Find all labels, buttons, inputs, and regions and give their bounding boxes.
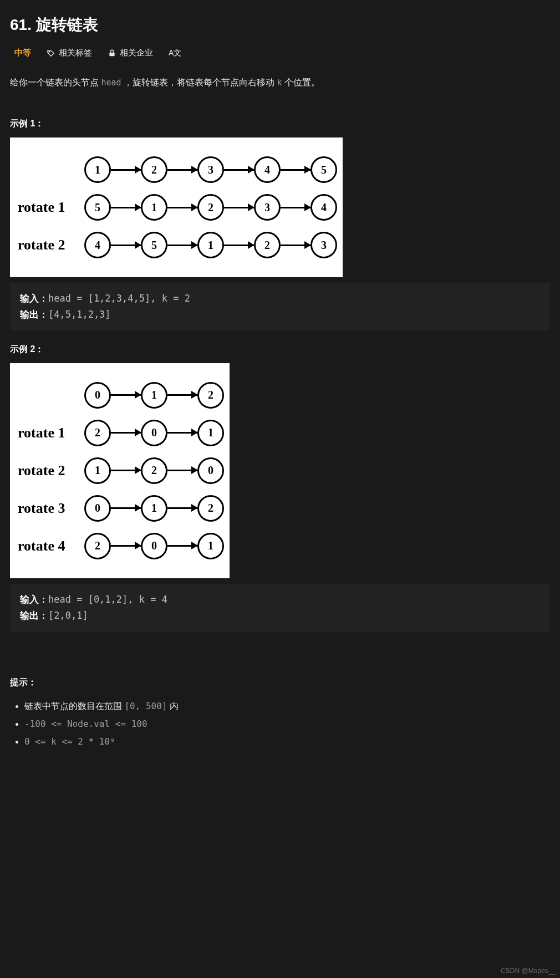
arrow-icon — [281, 207, 310, 208]
arrow-icon — [167, 394, 197, 396]
io-output-value: [2,0,1] — [48, 610, 88, 621]
hint-text: 内 — [170, 701, 179, 711]
desc-text: 给你一个链表的头节点 — [10, 78, 101, 87]
io-input-value: head = [1,2,3,4,5], k = 2 — [48, 293, 190, 304]
hints-list: 链表中节点的数目在范围 [0, 500] 内 -100 <= Node.val … — [10, 697, 550, 751]
svg-point-0 — [49, 51, 50, 52]
related-tags-link[interactable]: 相关标签 — [47, 48, 92, 58]
linked-list-node: 1 — [84, 156, 111, 183]
linked-list-node: 1 — [141, 495, 167, 522]
arrow-icon — [224, 207, 254, 208]
arrow-icon — [167, 244, 197, 246]
rotate-label: rotate 3 — [18, 500, 84, 517]
difficulty-badge: 中等 — [14, 48, 31, 58]
problem-description: 给你一个链表的头节点 head ，旋转链表，将链表每个节点向右移动 k 个位置。 — [10, 74, 550, 91]
arrow-icon — [224, 244, 254, 246]
related-tags-label: 相关标签 — [59, 48, 92, 58]
rotate-label: rotate 2 — [18, 462, 84, 479]
linked-list-node: 2 — [141, 156, 167, 183]
rotate-label: rotate 2 — [18, 237, 84, 253]
linked-list-node: 2 — [197, 382, 224, 409]
hint-code: -100 <= Node.val <= 100 — [24, 719, 147, 729]
desc-text: 个位置。 — [284, 78, 320, 87]
linked-list-node: 3 — [197, 156, 224, 183]
arrow-icon — [111, 169, 141, 171]
arrow-icon — [167, 207, 197, 208]
arrow-icon — [167, 507, 197, 509]
related-companies-link[interactable]: 相关企业 — [108, 48, 153, 58]
linked-list-node: 1 — [197, 533, 224, 559]
linked-list-node: 1 — [197, 420, 224, 446]
linked-list-node: 2 — [197, 194, 224, 221]
arrow-icon — [167, 545, 197, 547]
io-input-label: 输入： — [20, 293, 48, 304]
rotate-label: rotate 4 — [18, 538, 84, 554]
linked-list-node: 0 — [197, 457, 224, 484]
linked-list-node: 1 — [141, 382, 167, 409]
rotate-label: rotate 1 — [18, 425, 84, 441]
linked-list-node: 5 — [141, 232, 167, 258]
hint-code: [0, 500] — [124, 701, 167, 711]
arrow-icon — [281, 169, 310, 171]
arrow-icon — [111, 507, 141, 509]
linked-list-node: 4 — [84, 232, 111, 258]
list-item: 0 <= k <= 2 * 10⁹ — [24, 733, 550, 751]
arrow-icon — [111, 394, 141, 396]
linked-list-node: 5 — [84, 194, 111, 221]
linked-list-node: 4 — [310, 194, 337, 221]
arrow-icon — [281, 244, 310, 246]
list-item: -100 <= Node.val <= 100 — [24, 715, 550, 733]
desc-text: ，旋转链表，将链表每个节点向右移动 — [124, 78, 277, 87]
linked-list-node: 1 — [197, 232, 224, 258]
linked-list-node: 0 — [141, 420, 167, 446]
arrow-icon — [111, 207, 141, 208]
lock-icon — [108, 49, 116, 58]
tag-icon — [47, 49, 55, 58]
arrow-icon — [111, 545, 141, 547]
arrow-icon — [167, 169, 197, 171]
io-input-label: 输入： — [20, 594, 48, 605]
linked-list-node: 1 — [141, 194, 167, 221]
linked-list-node: 4 — [254, 156, 281, 183]
linked-list-node: 3 — [310, 232, 337, 258]
arrow-icon — [111, 244, 141, 246]
hints-heading: 提示： — [10, 677, 550, 689]
linked-list-node: 2 — [84, 420, 111, 446]
example-2-io: 输入：head = [0,1,2], k = 4 输出：[2,0,1] — [10, 584, 550, 631]
arrow-icon — [111, 432, 141, 434]
linked-list-node: 0 — [141, 533, 167, 559]
linked-list-node: 2 — [254, 232, 281, 258]
io-output-label: 输出： — [20, 610, 48, 621]
io-output-label: 输出： — [20, 309, 48, 320]
linked-list-node: 2 — [84, 533, 111, 559]
example-1-heading: 示例 1： — [10, 118, 550, 130]
translate-icon[interactable]: A文 — [169, 48, 181, 58]
arrow-icon — [224, 169, 254, 171]
arrow-icon — [111, 470, 141, 471]
example-2-heading: 示例 2： — [10, 344, 550, 355]
linked-list-node: 1 — [84, 457, 111, 484]
linked-list-node: 0 — [84, 382, 111, 409]
linked-list-node: 5 — [310, 156, 337, 183]
linked-list-node: 2 — [197, 495, 224, 522]
code-head: head — [101, 78, 121, 88]
page-title: 61. 旋转链表 — [10, 14, 550, 35]
hint-text: 链表中节点的数目在范围 — [24, 701, 124, 711]
hint-code: 0 <= k <= 2 * 10⁹ — [24, 736, 115, 747]
svg-rect-1 — [109, 52, 114, 56]
example-1-io: 输入：head = [1,2,3,4,5], k = 2 输出：[4,5,1,2… — [10, 283, 550, 330]
example-1-diagram: 12345rotate 151234rotate 245123 — [10, 137, 343, 277]
code-k: k — [277, 78, 282, 88]
related-companies-label: 相关企业 — [120, 48, 153, 58]
linked-list-node: 3 — [254, 194, 281, 221]
linked-list-node: 2 — [141, 457, 167, 484]
list-item: 链表中节点的数目在范围 [0, 500] 内 — [24, 697, 550, 715]
example-2-diagram: 012rotate 1201rotate 2120rotate 3012rota… — [10, 363, 230, 578]
io-input-value: head = [0,1,2], k = 4 — [48, 594, 167, 605]
arrow-icon — [167, 470, 197, 471]
linked-list-node: 0 — [84, 495, 111, 522]
arrow-icon — [167, 432, 197, 434]
meta-bar: 中等 相关标签 相关企业 A文 — [14, 48, 550, 58]
io-output-value: [4,5,1,2,3] — [48, 309, 111, 320]
rotate-label: rotate 1 — [18, 199, 84, 216]
